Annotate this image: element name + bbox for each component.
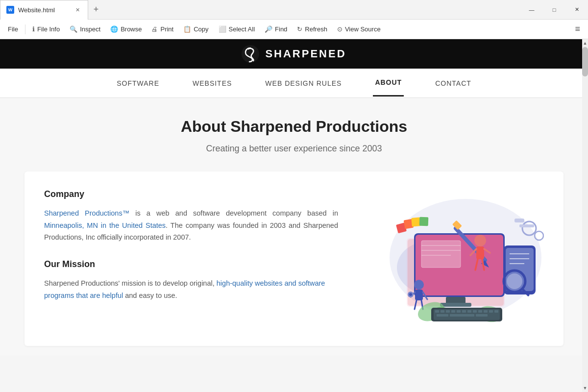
company-heading: Company — [44, 189, 338, 199]
copy-button[interactable]: 📋 Copy — [179, 24, 212, 35]
site-main: About Sharpened Productions Creating a b… — [0, 98, 588, 356]
svg-point-41 — [474, 235, 486, 246]
nav-web-design-rules[interactable]: WEB DESIGN RULES — [263, 71, 343, 96]
svg-rect-19 — [411, 217, 421, 227]
svg-rect-34 — [415, 290, 423, 300]
svg-point-27 — [507, 273, 522, 289]
svg-rect-58 — [467, 310, 471, 313]
select-all-icon: ⬜ — [219, 25, 226, 33]
menu-icon[interactable]: ≡ — [571, 22, 584, 36]
tab-title: Website.html — [18, 6, 55, 14]
logo-icon — [242, 45, 259, 63]
svg-rect-63 — [494, 310, 498, 313]
view-source-button[interactable]: ⊙ View Source — [333, 24, 385, 35]
view-source-label: View Source — [345, 25, 381, 33]
site-header: SHARPENED — [0, 39, 588, 69]
logo-text: SHARPENED — [265, 48, 346, 60]
nav-software[interactable]: SOFTWARE — [115, 71, 161, 96]
svg-point-30 — [535, 231, 543, 240]
logo-container: SHARPENED — [242, 45, 346, 63]
svg-rect-55 — [451, 310, 455, 313]
scrollbar-arrow-up[interactable]: ▲ — [582, 39, 588, 47]
file-label: File — [8, 25, 18, 33]
tab-bar: W Website.html ✕ + — [0, 0, 520, 20]
svg-rect-60 — [478, 310, 482, 313]
close-button[interactable]: ✕ — [565, 0, 588, 20]
file-info-button[interactable]: ℹ File Info — [28, 24, 64, 35]
svg-rect-16 — [440, 303, 471, 307]
toolbar: File ℹ File Info 🔍 Inspect 🌐 Browse 🖨 Pr… — [0, 20, 588, 39]
find-button[interactable]: 🔎 Find — [261, 24, 291, 35]
svg-rect-57 — [462, 310, 466, 313]
browse-icon: 🌐 — [110, 25, 118, 33]
window-controls: — □ ✕ — [520, 0, 588, 20]
info-icon: ℹ — [32, 25, 35, 33]
copy-icon: 📋 — [183, 25, 191, 33]
new-tab-button[interactable]: + — [88, 2, 104, 18]
inspect-label: Inspect — [80, 25, 100, 33]
company-body: Sharpened Productions™ is a web and soft… — [44, 207, 338, 244]
illustration-svg — [368, 189, 544, 326]
svg-rect-56 — [457, 310, 461, 313]
nav-websites[interactable]: WEBSITES — [191, 71, 234, 96]
print-button[interactable]: 🖨 Print — [147, 24, 177, 35]
illustration — [368, 189, 544, 328]
copy-label: Copy — [194, 25, 208, 33]
print-label: Print — [160, 25, 173, 33]
svg-point-40 — [409, 293, 412, 296]
mission-body: Sharpened Productions' mission is to dev… — [44, 277, 338, 301]
tab-close-button[interactable]: ✕ — [73, 5, 82, 14]
browse-label: Browse — [121, 25, 142, 33]
active-tab[interactable]: W Website.html ✕ — [0, 0, 88, 20]
scrollbar: ▲ ▼ — [582, 39, 588, 392]
svg-point-33 — [414, 280, 424, 290]
mission-link[interactable]: high-quality websites and software progr… — [44, 279, 325, 299]
svg-rect-66 — [476, 314, 488, 317]
print-icon: 🖨 — [151, 25, 158, 33]
maximize-button[interactable]: □ — [543, 0, 565, 20]
svg-rect-20 — [419, 217, 429, 226]
svg-rect-31 — [514, 219, 524, 222]
nav-contact[interactable]: CONTACT — [433, 71, 473, 96]
svg-rect-7 — [421, 241, 461, 268]
separator-1 — [25, 24, 25, 34]
svg-rect-65 — [450, 314, 474, 317]
select-all-label: Select All — [229, 25, 255, 33]
find-icon: 🔎 — [265, 25, 272, 33]
file-info-label: File Info — [37, 25, 60, 33]
svg-rect-15 — [446, 297, 466, 304]
find-label: Find — [275, 25, 287, 33]
svg-rect-32 — [519, 224, 534, 227]
refresh-icon: ↻ — [297, 25, 302, 33]
svg-rect-64 — [437, 314, 448, 317]
titlebar: W Website.html ✕ + — □ ✕ — [0, 0, 588, 20]
refresh-label: Refresh — [305, 25, 327, 33]
svg-rect-53 — [441, 310, 444, 313]
nav-about[interactable]: ABOUT — [373, 70, 404, 97]
tab-favicon: W — [6, 6, 14, 14]
svg-rect-54 — [446, 310, 450, 313]
svg-rect-62 — [489, 310, 493, 313]
inspect-icon: 🔍 — [70, 25, 77, 33]
site-nav: SOFTWARE WEBSITES WEB DESIGN RULES ABOUT… — [0, 69, 588, 98]
file-button[interactable]: File — [4, 24, 22, 35]
browse-button[interactable]: 🌐 Browse — [106, 24, 146, 35]
company-link-name[interactable]: Sharpened Productions™ — [44, 209, 129, 217]
content-card: Company Sharpened Productions™ is a web … — [24, 172, 564, 346]
select-all-button[interactable]: ⬜ Select All — [215, 24, 259, 35]
svg-rect-61 — [484, 310, 488, 313]
mission-heading: Our Mission — [44, 259, 338, 270]
scrollbar-thumb[interactable] — [582, 47, 588, 76]
page-subtitle: Creating a better user experience since … — [10, 144, 578, 154]
page-title: About Sharpened Productions — [10, 118, 578, 136]
refresh-button[interactable]: ↻ Refresh — [293, 24, 331, 35]
company-link-location[interactable]: Minneapolis, MN in the United States — [44, 221, 166, 229]
content-text: Company Sharpened Productions™ is a web … — [44, 189, 338, 301]
view-source-icon: ⊙ — [337, 25, 343, 33]
svg-rect-42 — [476, 246, 484, 259]
svg-rect-52 — [435, 310, 439, 313]
scrollbar-arrow-down[interactable]: ▼ — [582, 384, 588, 392]
site-wrapper: SHARPENED SOFTWARE WEBSITES WEB DESIGN R… — [0, 39, 588, 392]
inspect-button[interactable]: 🔍 Inspect — [66, 24, 104, 35]
minimize-button[interactable]: — — [520, 0, 543, 20]
